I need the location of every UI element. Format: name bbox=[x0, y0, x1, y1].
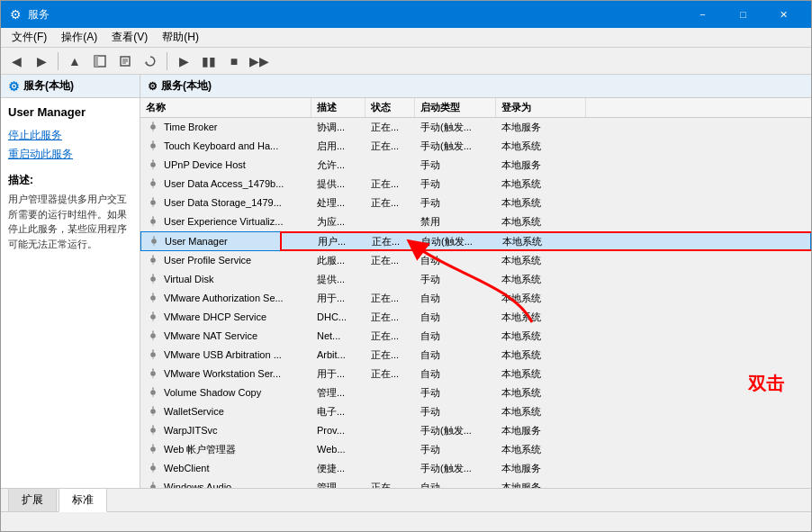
table-row[interactable]: VMware DHCP ServiceDHC...正在...自动本地系统 bbox=[140, 308, 811, 327]
services-table[interactable]: 名称 描述 状态 启动类型 登录为 Time Broker协调...正在...手… bbox=[140, 98, 811, 488]
service-status-cell bbox=[365, 428, 415, 432]
left-panel-title: 服务(本地) bbox=[23, 78, 74, 94]
service-desc-cell: 管理... bbox=[311, 479, 365, 489]
pause-service-button[interactable]: ▮▮ bbox=[197, 50, 221, 72]
table-row[interactable]: User Data Access_1479b...提供...正在...手动本地系… bbox=[140, 175, 811, 194]
forward-button[interactable]: ▶ bbox=[30, 50, 53, 72]
service-desc-cell: 电子... bbox=[311, 403, 365, 420]
service-status-cell: 正在... bbox=[365, 119, 415, 136]
service-startup-cell: 自动 bbox=[415, 347, 496, 364]
col-header-name[interactable]: 名称 bbox=[140, 98, 311, 117]
table-row[interactable]: WebClient便捷...手动(触发...本地服务 bbox=[140, 459, 811, 478]
properties-button[interactable] bbox=[113, 50, 137, 72]
service-gear-icon bbox=[146, 347, 160, 362]
col-header-desc[interactable]: 描述 bbox=[311, 98, 365, 117]
table-row[interactable]: VMware Authorization Se...用于...正在...自动本地… bbox=[140, 289, 811, 308]
restart-service-link[interactable]: 重启动此服务 bbox=[8, 147, 132, 162]
service-name-cell: User Manager bbox=[141, 232, 312, 250]
service-desc-cell: 用于... bbox=[311, 365, 365, 383]
table-row[interactable]: User Experience Virtualiz...为应...禁用本地系统 bbox=[140, 212, 811, 231]
svg-point-10 bbox=[151, 182, 156, 186]
service-name-cell: VMware Authorization Se... bbox=[140, 289, 311, 307]
table-row[interactable]: Windows Audio管理...正在...自动本地服务 bbox=[140, 478, 811, 488]
service-login-cell: 本地系统 bbox=[496, 138, 586, 155]
table-row[interactable]: User Profile Service此服...正在...自动本地系统 bbox=[140, 251, 811, 270]
table-row[interactable]: Virtual Disk提供...手动本地系统 bbox=[140, 270, 811, 289]
up-button[interactable]: ▲ bbox=[63, 50, 86, 72]
service-name-cell: VMware DHCP Service bbox=[140, 308, 311, 326]
right-panel-title: 服务(本地) bbox=[161, 78, 212, 94]
start-service-button[interactable]: ▶ bbox=[172, 50, 195, 72]
service-login-cell: 本地系统 bbox=[496, 194, 586, 212]
service-desc-cell: DHC... bbox=[311, 310, 365, 324]
back-button[interactable]: ◀ bbox=[5, 50, 28, 72]
table-row[interactable]: VMware Workstation Ser...用于...正在...自动本地系… bbox=[140, 365, 811, 383]
close-button[interactable]: ✕ bbox=[763, 1, 804, 28]
menu-action[interactable]: 操作(A) bbox=[54, 28, 104, 47]
service-startup-cell: 自动 bbox=[415, 252, 496, 269]
service-gear-icon bbox=[146, 442, 160, 456]
service-name-text: Volume Shadow Copy bbox=[164, 387, 261, 398]
menu-file[interactable]: 文件(F) bbox=[5, 28, 54, 47]
service-desc-cell: 处理... bbox=[311, 194, 365, 212]
service-login-cell: 本地服务 bbox=[496, 119, 586, 136]
restart-service-button[interactable]: ▶▶ bbox=[248, 50, 271, 72]
svg-point-22 bbox=[151, 410, 156, 414]
maximize-button[interactable]: □ bbox=[723, 1, 763, 28]
menu-help[interactable]: 帮助(H) bbox=[155, 28, 206, 47]
tab-expand[interactable]: 扩展 bbox=[8, 488, 57, 511]
stop-service-button[interactable]: ■ bbox=[222, 50, 246, 72]
service-startup-cell: 自动 bbox=[415, 365, 496, 383]
table-row[interactable]: WarpJITSvcProv...手动(触发...本地服务 bbox=[140, 421, 811, 440]
right-panel-header: ⚙ 服务(本地) bbox=[140, 75, 811, 98]
service-name-text: VMware USB Arbitration ... bbox=[164, 349, 282, 360]
service-status-cell: 正在... bbox=[365, 347, 415, 364]
stop-service-link[interactable]: 停止此服务 bbox=[8, 128, 132, 143]
service-startup-cell: 禁用 bbox=[415, 213, 496, 230]
service-name-cell: User Data Storage_1479... bbox=[140, 194, 311, 212]
table-row[interactable]: Volume Shadow Copy管理...手动本地系统 bbox=[140, 383, 811, 402]
service-name-text: Web 帐户管理器 bbox=[164, 443, 236, 456]
svg-point-25 bbox=[151, 466, 156, 471]
col-header-status[interactable]: 状态 bbox=[365, 98, 415, 117]
left-panel-body: User Manager 停止此服务 重启动此服务 描述: 用户管理器提供多用户… bbox=[1, 98, 140, 488]
services-local-icon: ⚙ bbox=[8, 79, 20, 94]
table-row[interactable]: User Manager用户...正在...自动(触发...本地系统 bbox=[140, 231, 811, 251]
tab-standard[interactable]: 标准 bbox=[59, 488, 107, 512]
table-row[interactable]: VMware NAT ServiceNet...正在...自动本地系统 bbox=[140, 327, 811, 346]
svg-point-12 bbox=[151, 220, 156, 224]
table-row[interactable]: Web 帐户管理器Web...手动本地系统 bbox=[140, 440, 811, 459]
col-header-startup[interactable]: 启动类型 bbox=[415, 98, 496, 117]
table-row[interactable]: WalletService电子...手动本地系统 bbox=[140, 402, 811, 421]
service-name-text: User Manager bbox=[165, 236, 228, 247]
toolbar-separator-2 bbox=[167, 52, 167, 70]
service-name-cell: WalletService bbox=[140, 402, 311, 420]
service-gear-icon bbox=[146, 480, 160, 488]
table-row[interactable]: VMware USB Arbitration ...Arbit...正在...自… bbox=[140, 346, 811, 365]
svg-point-17 bbox=[151, 315, 156, 320]
service-gear-icon bbox=[146, 329, 160, 343]
service-startup-cell: 手动 bbox=[415, 271, 496, 288]
minimize-button[interactable]: − bbox=[682, 1, 723, 28]
service-login-cell: 本地系统 bbox=[496, 176, 586, 193]
table-row[interactable]: User Data Storage_1479...处理...正在...手动本地系… bbox=[140, 194, 811, 212]
menu-view[interactable]: 查看(V) bbox=[104, 28, 155, 47]
service-name-cell: Web 帐户管理器 bbox=[140, 440, 311, 458]
table-row[interactable]: Time Broker协调...正在...手动(触发...本地服务 bbox=[140, 118, 811, 137]
service-gear-icon bbox=[146, 214, 160, 229]
col-header-login[interactable]: 登录为 bbox=[496, 98, 586, 117]
show-hide-button[interactable] bbox=[88, 50, 112, 72]
service-gear-icon bbox=[146, 461, 160, 475]
service-status-cell: 正在... bbox=[365, 328, 415, 345]
service-status-cell bbox=[365, 277, 415, 281]
service-desc-cell: 便捷... bbox=[311, 460, 365, 477]
service-name-cell: User Experience Virtualiz... bbox=[140, 212, 311, 230]
svg-point-19 bbox=[151, 353, 156, 357]
service-startup-cell: 手动(触发... bbox=[415, 119, 496, 136]
refresh-button[interactable] bbox=[139, 50, 162, 72]
table-row[interactable]: UPnP Device Host允许...手动本地服务 bbox=[140, 156, 811, 175]
svg-point-7 bbox=[151, 125, 156, 130]
service-login-cell: 本地系统 bbox=[496, 384, 586, 401]
service-gear-icon bbox=[146, 158, 160, 172]
table-row[interactable]: Touch Keyboard and Ha...启用...正在...手动(触发.… bbox=[140, 137, 811, 156]
